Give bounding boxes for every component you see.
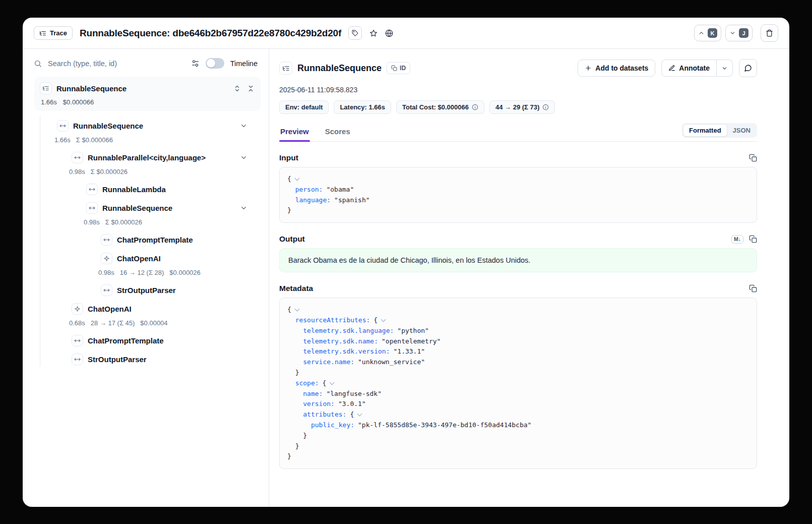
next-trace-button[interactable]: J [725, 25, 753, 41]
json-value: "pk-lf-5855d85e-3943-497e-bd10-f50ad414b… [358, 421, 531, 429]
collapse-chevron-icon[interactable] [294, 176, 299, 181]
delete-trace-button[interactable] [761, 24, 778, 42]
json-key: telemetry.sdk.language: [303, 327, 394, 334]
comments-button[interactable] [739, 59, 757, 77]
json-value: "1.33.1" [393, 347, 425, 355]
collapse-chevron-icon[interactable] [294, 307, 299, 312]
metadata-code-block: { resourceAttributes:{ telemetry.sdk.lan… [279, 298, 757, 469]
chevron-down-icon[interactable] [240, 204, 247, 212]
trace-root-stats: 1.66s $0.000066 [40, 98, 255, 106]
annotate-label: Annotate [679, 64, 710, 72]
tree-node[interactable]: RunnableParallel<city,language> 0.98s Σ … [40, 150, 261, 178]
tab-scores[interactable]: Scores [324, 127, 351, 141]
plus-icon [585, 65, 592, 72]
tree-node[interactable]: ChatPromptTemplate [40, 232, 261, 247]
add-to-datasets-button[interactable]: Add to datasets [578, 60, 655, 77]
collapse-all-button[interactable] [247, 85, 255, 92]
public-link-button[interactable] [385, 29, 393, 37]
trace-type-badge: Trace [34, 26, 73, 40]
trace-badge-label: Trace [50, 29, 67, 37]
tree-node-stats: 0.98s Σ $0.000026 [40, 165, 261, 178]
json-value: "3.0.1" [338, 400, 366, 407]
arrows-horizontal-icon [74, 154, 81, 161]
json-brace: { [373, 316, 378, 324]
observation-header: RunnableSequence ID Add to datasets [279, 59, 757, 77]
trace-tree-sidebar: Timeline RunnableSequence 1.66s $0.00006… [23, 49, 269, 507]
tree-node[interactable]: RunnableLambda [40, 182, 261, 197]
tree-node-label: ChatPromptTemplate [88, 336, 164, 345]
collapse-chevron-icon[interactable] [381, 317, 386, 322]
tree-node-stats: 0.68s 28 → 17 (Σ 45) $0.00004 [40, 316, 261, 329]
keycap-j: J [739, 28, 748, 38]
node-duration: 0.98s [98, 269, 114, 276]
copy-id-chip[interactable]: ID [387, 62, 410, 74]
pencil-icon [668, 65, 675, 72]
markdown-toggle[interactable]: M↓ [731, 235, 743, 244]
tag-button[interactable] [348, 26, 362, 40]
json-brace: } [287, 452, 291, 460]
span-type-badge [86, 202, 98, 214]
tree-node[interactable]: ChatOpenAI 0.68s 28 → 17 (Σ 45) $0.00004 [40, 301, 261, 329]
trace-header: Trace RunnableSequence: dbe646b2b67957d2… [23, 18, 789, 49]
metadata-section-header: Metadata [279, 284, 757, 293]
trace-root-node[interactable]: RunnableSequence 1.66s $0.000066 [34, 77, 261, 111]
node-cost: $0.000026 [169, 269, 200, 276]
filter-sliders-button[interactable] [191, 59, 200, 68]
node-duration: 0.98s [84, 218, 100, 226]
arrows-horizontal-icon [74, 337, 81, 344]
span-type-badge [72, 354, 83, 365]
copy-metadata-button[interactable] [749, 284, 757, 293]
tabs-bar: Preview Scores Formatted JSON [279, 123, 757, 142]
annotate-button[interactable]: Annotate [661, 60, 717, 77]
search-input[interactable] [48, 60, 185, 68]
tree-node-stats: 0.98s Σ $0.000026 [40, 215, 261, 228]
arrows-horizontal-icon [103, 237, 110, 243]
chevron-down-icon[interactable] [240, 154, 247, 161]
json-key: scope: [295, 379, 319, 387]
tree-node-label: RunnableSequence [102, 204, 172, 212]
copy-icon [749, 235, 757, 243]
bookmark-star-button[interactable] [369, 29, 378, 37]
timeline-label: Timeline [230, 60, 258, 68]
json-value: "python" [397, 327, 429, 334]
collapse-chevron-icon[interactable] [330, 380, 335, 385]
collapse-chevron-icon[interactable] [357, 412, 362, 417]
toggle-knob [207, 59, 215, 68]
star-icon [369, 29, 378, 37]
json-brace: } [295, 369, 299, 376]
tab-preview[interactable]: Preview [279, 127, 310, 141]
tree-scroll-area[interactable]: RunnableSequence 1.66s Σ $0.000066 Runna… [23, 111, 269, 507]
annotate-split-button: Annotate [661, 60, 733, 77]
json-value: "spanish" [334, 196, 369, 204]
tree-node[interactable]: RunnableSequence 1.66s Σ $0.000066 [40, 118, 261, 146]
detail-scroll-area[interactable]: RunnableSequence ID Add to datasets [269, 49, 789, 507]
prev-trace-button[interactable]: K [694, 25, 721, 41]
node-cost: $0.00004 [140, 319, 167, 327]
format-json-segment[interactable]: JSON [727, 125, 756, 136]
json-brace: } [303, 432, 307, 439]
tree-node-label: StrOutputParser [117, 286, 176, 295]
node-cost: Σ $0.000026 [105, 218, 142, 226]
arrows-horizontal-icon [89, 205, 95, 211]
tree-node[interactable]: RunnableSequence 0.98s Σ $0.000026 [40, 200, 261, 228]
copy-input-button[interactable] [749, 154, 757, 162]
expand-all-button[interactable] [233, 85, 241, 92]
tree-node-label: ChatOpenAI [88, 305, 132, 313]
copy-icon [749, 284, 757, 293]
copy-output-button[interactable] [749, 235, 757, 243]
json-brace: } [287, 206, 291, 214]
format-formatted-segment[interactable]: Formatted [683, 124, 727, 137]
annotate-dropdown-button[interactable] [717, 60, 733, 77]
tree-node[interactable]: ChatOpenAI 0.98s 16 → 12 (Σ 28) $0.00002… [40, 251, 261, 279]
info-icon[interactable] [542, 104, 549, 110]
json-key: telemetry.sdk.name: [303, 337, 378, 345]
tree-node[interactable]: ChatPromptTemplate [40, 333, 261, 348]
json-key: resourceAttributes: [295, 316, 370, 324]
chevron-down-icon[interactable] [240, 122, 247, 130]
generation-type-badge [72, 303, 83, 315]
tree-node[interactable]: StrOutputParser [40, 352, 261, 367]
info-icon[interactable] [472, 104, 478, 110]
tree-node[interactable]: StrOutputParser [40, 282, 261, 298]
span-type-badge [72, 152, 83, 163]
timeline-toggle[interactable] [206, 58, 224, 69]
